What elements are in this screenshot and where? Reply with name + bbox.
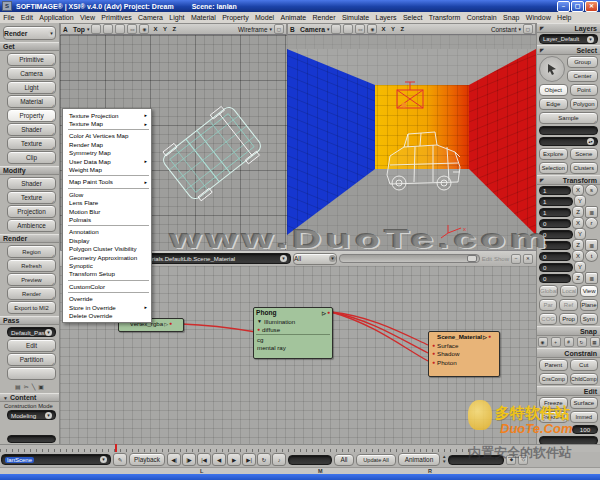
translate-z-field[interactable]: 0 xyxy=(539,274,571,283)
translate-z-axis-button[interactable]: Z xyxy=(572,272,584,284)
toolbar-button[interactable]: Export to MI2 ◞ xyxy=(7,301,56,314)
selection-text-field[interactable] xyxy=(539,126,598,135)
menu-item[interactable]: Property xyxy=(219,12,252,23)
eye-icon[interactable]: ◉ xyxy=(139,24,149,34)
menu-item[interactable]: Select xyxy=(400,12,426,23)
node-input-row[interactable]: ● Surface xyxy=(429,341,499,350)
edit-header[interactable]: Edit xyxy=(537,386,600,396)
menu-item[interactable]: Constrain xyxy=(464,12,500,23)
toolbar-button[interactable]: ◞ xyxy=(7,367,56,380)
menu-item[interactable]: Animate xyxy=(277,12,309,23)
node-output-icon[interactable]: ▷ xyxy=(322,310,326,316)
menu-item[interactable]: Simulate xyxy=(339,12,373,23)
context-menu-item[interactable]: Delete Override ▸ xyxy=(63,311,151,319)
menu-item[interactable]: Camera xyxy=(135,12,166,23)
node-mentalray-row[interactable]: mental ray xyxy=(254,344,332,353)
rt-menu-edit[interactable]: Edit xyxy=(482,256,492,262)
transport-button[interactable]: |◀ xyxy=(197,453,211,466)
update-all-button[interactable]: Update All xyxy=(356,454,396,466)
toolbar-button[interactable]: Refresh ◞ xyxy=(7,259,56,272)
node-output-port[interactable]: ● xyxy=(327,310,330,315)
menu-item[interactable]: Light xyxy=(166,12,188,23)
node-output-icon[interactable]: ▷ xyxy=(483,334,487,340)
menu-item[interactable]: Window xyxy=(523,12,554,23)
transform-mode-button[interactable]: Par xyxy=(539,299,557,311)
context-menu-item[interactable]: Map Paint Tools ▸ xyxy=(63,178,151,186)
node-phong[interactable]: Phong ▷ ● ▼ Illumination ● diffuse cg me… xyxy=(253,307,333,359)
toolbar-button[interactable]: Texture ◞ xyxy=(7,137,56,150)
toolbar-button[interactable]: Partition ◞ xyxy=(7,353,56,366)
transform-mode-button[interactable]: Prop xyxy=(559,313,577,325)
object-filter-button[interactable]: Object xyxy=(539,84,568,96)
pass-selector[interactable]: Default_Pas ▾ xyxy=(7,327,56,337)
edit-value-field[interactable]: 100 xyxy=(572,425,598,434)
selection-button[interactable]: Selection xyxy=(539,162,568,174)
resize-viewport-icon[interactable]: ▢ xyxy=(523,24,533,34)
animation-menu-button[interactable]: Animation xyxy=(398,453,440,466)
camera-icon[interactable]: ▣ xyxy=(38,383,44,390)
transform-mode-button[interactable]: COG xyxy=(539,313,557,325)
snap-midpoint-icon[interactable]: + xyxy=(551,337,561,347)
context-menu-item[interactable]: Texture Projection ▸ xyxy=(63,111,151,119)
node-input-row[interactable]: ● Shadow xyxy=(429,350,499,359)
scene-name-field[interactable]: lanScene ▾ xyxy=(1,454,111,465)
point-filter-button[interactable]: Point xyxy=(570,84,599,96)
snap-grid-icon[interactable]: ▦ xyxy=(590,337,600,347)
transport-button[interactable]: ◀| xyxy=(167,453,181,466)
node-input-row[interactable]: ● Photon xyxy=(429,358,499,367)
clusters-button[interactable]: Clusters xyxy=(570,162,599,174)
context-menu-item[interactable]: User Data Map ▸ xyxy=(63,157,151,165)
node-input-port[interactable]: ● xyxy=(432,351,435,356)
playback-menu-button[interactable]: Playback xyxy=(129,453,165,466)
scale-x-field[interactable]: 1 xyxy=(539,186,571,195)
scale-tool-button[interactable]: s xyxy=(585,184,598,196)
constrain-header[interactable]: Constrain xyxy=(537,348,600,358)
scale-z-field[interactable]: 1 xyxy=(539,208,571,217)
construction-mode-selector[interactable]: Modeling ▾ xyxy=(7,410,56,420)
context-menu-item[interactable]: Color At Vertices Map ▸ xyxy=(63,132,151,140)
context-menu-item[interactable]: Polygon Cluster Visibility ▸ xyxy=(63,244,151,252)
context-menu-item[interactable]: CustomColor ▸ xyxy=(63,282,151,290)
toolbar-button[interactable]: Projection ◞ xyxy=(7,205,56,218)
explore-button[interactable]: Explore xyxy=(539,148,568,160)
monitor-icon[interactable]: ▭ xyxy=(127,24,137,34)
axis-toggle[interactable]: X Y Z xyxy=(153,26,178,32)
cnscomp-button[interactable]: CnsComp xyxy=(539,373,568,385)
transport-button[interactable]: |▶ xyxy=(182,453,196,466)
context-menu-item[interactable]: Symmetry Map ▸ xyxy=(63,149,151,157)
sample-button[interactable]: Sample ◞ xyxy=(539,112,598,124)
select-header[interactable]: ◤ Select xyxy=(537,45,600,55)
toolbar-mode-selector[interactable]: Render ▾ xyxy=(3,26,56,40)
toolbar-button[interactable]: Clip ◞ xyxy=(7,151,56,164)
select-cursor-icon[interactable] xyxy=(539,56,565,82)
context-menu-item[interactable]: Render Map ▸ xyxy=(63,140,151,148)
spinner-icon[interactable]: ▴▾ xyxy=(587,138,594,145)
panel-minimize-icon[interactable]: – xyxy=(511,254,521,264)
toolbar-button[interactable]: Ambience ◞ xyxy=(7,219,56,232)
rotate-tool-button[interactable]: r xyxy=(585,217,598,229)
shading-mode-selector[interactable]: Constant xyxy=(491,26,517,33)
all-button[interactable]: All xyxy=(334,454,354,466)
viewport-view-selector[interactable]: Top xyxy=(73,26,85,33)
scene-button[interactable]: Scene xyxy=(570,148,599,160)
toolbar-button[interactable]: Region ◞ xyxy=(7,245,56,258)
cut-icon[interactable]: ✂ xyxy=(24,383,29,390)
viewport-letter[interactable]: B xyxy=(290,26,298,33)
transport-button[interactable]: ◀ xyxy=(212,453,226,466)
viewport-view-selector[interactable]: Camera xyxy=(300,26,325,33)
maximize-button[interactable]: ▢ xyxy=(571,1,584,12)
context-menu-item[interactable]: Display ▸ xyxy=(63,236,151,244)
toolbar-button[interactable]: Edit ◞ xyxy=(7,339,56,352)
viewport-letter[interactable]: A xyxy=(63,26,71,33)
menu-item[interactable]: Transform xyxy=(426,12,464,23)
context-menu-item[interactable]: Annotation ▸ xyxy=(63,228,151,236)
childcomp-button[interactable]: ChildComp xyxy=(570,373,599,385)
shading-mode-selector[interactable]: Wireframe xyxy=(238,26,267,33)
node-input-port[interactable]: ● xyxy=(432,360,435,365)
node-input-port[interactable]: ● xyxy=(257,327,260,332)
close-button[interactable]: ✕ xyxy=(585,1,598,12)
context-menu-item[interactable]: Override ▸ xyxy=(63,294,151,302)
layers-header[interactable]: ◤ Layers xyxy=(537,23,600,33)
pen-icon[interactable]: ╲ xyxy=(32,383,36,390)
translate-options-icon[interactable]: ≣ xyxy=(585,272,598,284)
